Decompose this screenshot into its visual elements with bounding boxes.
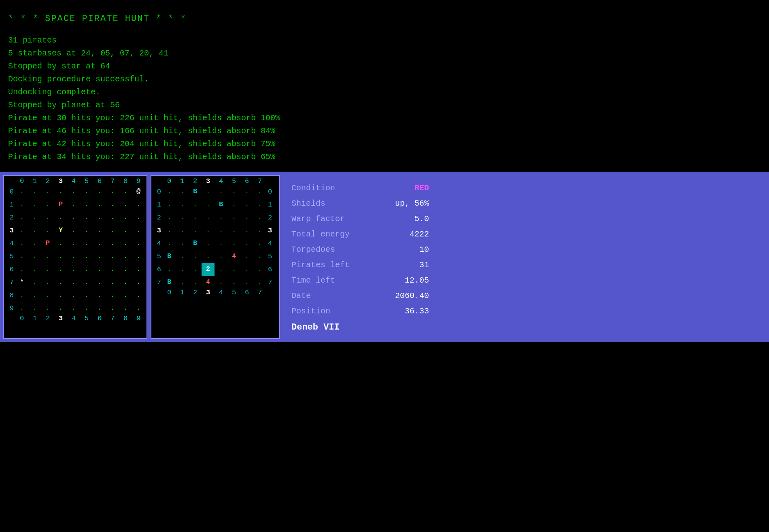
galactic-cell: . — [80, 302, 93, 315]
galactic-cell: . — [93, 211, 106, 224]
galactic-cell: . — [15, 237, 28, 250]
sector-grid-rows: 0..B.....01....B...12........23........3… — [153, 185, 278, 289]
galactic-row: 2.......... — [6, 211, 145, 224]
galactic-cell: . — [119, 185, 132, 198]
galactic-cell: . — [28, 224, 41, 237]
galactic-cell: . — [28, 263, 41, 276]
sector-cell: . — [227, 224, 240, 237]
galactic-cell: . — [93, 198, 106, 211]
galactic-cell: . — [67, 263, 80, 276]
planet-name: Deneb VII — [291, 322, 429, 332]
galactic-cell: . — [93, 250, 106, 263]
time-row: Time left 12.05 — [291, 274, 429, 287]
galactic-cell: . — [80, 224, 93, 237]
sector-cell: . — [253, 185, 266, 198]
galactic-row: 8.......... — [6, 289, 145, 302]
galactic-cell: . — [67, 276, 80, 289]
galactic-cell: . — [80, 289, 93, 302]
galactic-cell: . — [15, 211, 28, 224]
galactic-cell: . — [80, 263, 93, 276]
energy-row: Total energy 4222 — [291, 228, 429, 241]
galactic-cell: . — [54, 211, 67, 224]
galactic-cell: . — [54, 302, 67, 315]
galactic-col-labels-top: 0 1 2 3 4 5 6 7 8 9 — [6, 177, 145, 185]
sector-cell: . — [240, 237, 253, 250]
galactic-cell: . — [80, 211, 93, 224]
gcol-9: 9 — [132, 177, 145, 185]
sector-row: 1....B...1 — [153, 198, 278, 211]
log-entry: 5 starbases at 24, 05, 07, 20, 41 — [8, 47, 761, 60]
torpedoes-label: Torpedoes — [291, 243, 335, 257]
sector-cell: . — [202, 237, 215, 250]
sector-row: 2........2 — [153, 211, 278, 224]
sector-cell: . — [189, 263, 202, 276]
warp-row: Warp factor 5.0 — [291, 212, 429, 226]
galactic-row: 6.......... — [6, 263, 145, 276]
position-value: 36.33 — [389, 304, 429, 318]
pirates-label: Pirates left — [291, 258, 350, 272]
gcol-6: 6 — [93, 177, 106, 185]
date-label: Date — [291, 289, 311, 303]
galactic-col-labels-bottom: 0 1 2 3 4 5 6 7 8 9 — [6, 315, 145, 322]
warp-label: Warp factor — [291, 212, 345, 226]
sector-row: 7B..4....7 — [153, 276, 278, 289]
galactic-row: 7*......... — [6, 276, 145, 289]
sector-cell: . — [189, 211, 202, 224]
pirates-value: 31 — [389, 258, 429, 272]
position-row: Position 36.33 — [291, 304, 429, 318]
galactic-cell: . — [28, 302, 41, 315]
galactic-cell: . — [132, 224, 145, 237]
sector-cell: . — [240, 276, 253, 289]
date-value: 2060.40 — [389, 289, 429, 303]
sector-cell: . — [215, 224, 227, 237]
galactic-cell: . — [106, 302, 119, 315]
pirates-row: Pirates left 31 — [291, 258, 429, 272]
sector-cell: . — [240, 263, 253, 276]
galactic-cell: . — [119, 263, 132, 276]
galactic-cell: P — [41, 237, 54, 250]
galactic-cell: P — [54, 198, 67, 211]
galactic-cell: . — [80, 237, 93, 250]
sector-cell: . — [176, 250, 189, 263]
sector-cell: . — [215, 237, 227, 250]
log-entry: Pirate at 42 hits you: 204 unit hit, shi… — [8, 138, 761, 151]
galactic-row: 3...Y...... — [6, 224, 145, 237]
sector-cell: . — [253, 263, 266, 276]
galactic-cell: . — [106, 250, 119, 263]
galactic-cell: . — [132, 289, 145, 302]
sector-cell: . — [227, 211, 240, 224]
galactic-cell: . — [119, 276, 132, 289]
galactic-cell: . — [106, 224, 119, 237]
galactic-cell: . — [15, 185, 28, 198]
galactic-cell: . — [15, 198, 28, 211]
sector-cell: . — [176, 276, 189, 289]
sector-cell: . — [189, 250, 202, 263]
log-entry: Pirate at 30 hits you: 226 unit hit, shi… — [8, 112, 761, 125]
gcol-8: 8 — [119, 177, 132, 185]
sector-cell: 2 — [202, 263, 215, 276]
sector-cell: . — [202, 185, 215, 198]
galactic-row: 4..P....... — [6, 237, 145, 250]
sector-cell: . — [215, 263, 227, 276]
sector-cell: B — [189, 237, 202, 250]
game-title: * * * SPACE PIRATE HUNT * * * — [8, 12, 761, 26]
galactic-cell: . — [119, 211, 132, 224]
galactic-cell: . — [106, 263, 119, 276]
galactic-cell: . — [93, 185, 106, 198]
sector-cell: . — [240, 250, 253, 263]
galactic-cell: . — [132, 211, 145, 224]
log-entry: Stopped by planet at 56 — [8, 99, 761, 112]
galactic-cell: . — [93, 302, 106, 315]
sector-cell: . — [189, 276, 202, 289]
sector-cell: . — [240, 185, 253, 198]
sector-col-labels-top: 0 1 2 3 4 5 6 7 — [153, 177, 278, 185]
log-entry: Docking procedure successful. — [8, 73, 761, 86]
sector-cell: . — [215, 211, 227, 224]
gcol-7: 7 — [106, 177, 119, 185]
sector-cell: . — [189, 198, 202, 211]
sector-cell: 4 — [227, 250, 240, 263]
galactic-cell: . — [106, 185, 119, 198]
galactic-cell: . — [41, 302, 54, 315]
galactic-cell: * — [15, 276, 28, 289]
log-entry: 31 pirates — [8, 34, 761, 47]
